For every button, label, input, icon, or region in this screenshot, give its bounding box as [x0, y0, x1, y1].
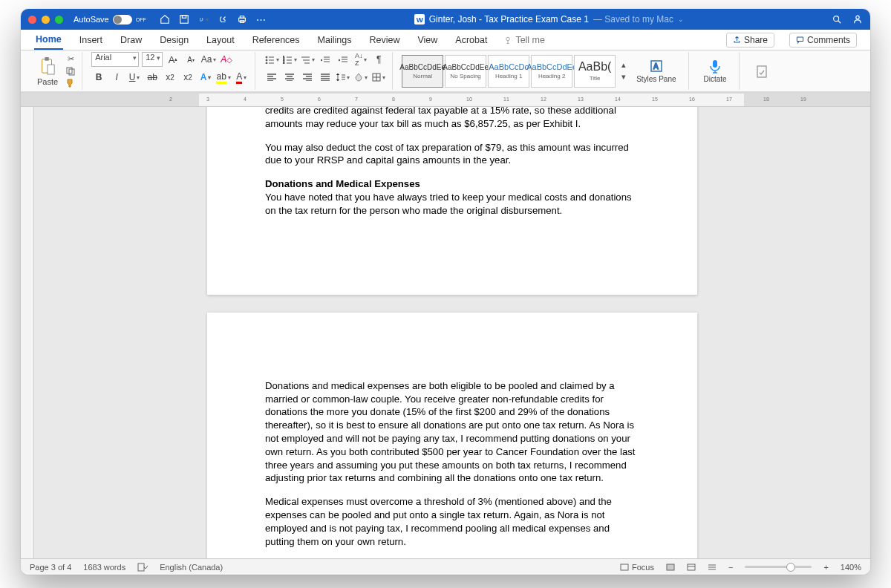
comments-button[interactable]: Comments — [789, 33, 857, 48]
chevron-down-icon[interactable]: ⌄ — [678, 16, 684, 23]
tab-design[interactable]: Design — [158, 31, 190, 49]
autosave-toggle[interactable]: AutoSave OFF — [74, 15, 146, 24]
tab-acrobat[interactable]: Acrobat — [454, 31, 489, 49]
font-color-icon[interactable]: A — [234, 70, 249, 85]
account-icon[interactable] — [852, 14, 863, 24]
horizontal-ruler[interactable]: 2 3 4 5 6 7 8 9 10 11 12 13 14 15 16 17 … — [21, 94, 870, 107]
clear-format-icon[interactable]: A◇ — [219, 52, 234, 67]
align-right-icon[interactable] — [300, 70, 315, 85]
line-spacing-icon[interactable] — [336, 70, 350, 85]
zoom-in-button[interactable]: + — [823, 563, 828, 572]
copy-icon[interactable] — [65, 67, 76, 76]
word-window: AutoSave OFF ⋯ W Ginter, Josh - Tax Prac… — [21, 9, 870, 575]
style-down-icon[interactable]: ▾ — [619, 73, 629, 82]
doc-title-text: Ginter, Josh - Tax Practice Exam Case 1 — [429, 14, 589, 24]
align-center-icon[interactable] — [282, 70, 297, 85]
zoom-slider[interactable] — [745, 566, 812, 568]
zoom-out-button[interactable]: − — [728, 563, 733, 572]
language-indicator[interactable]: English (Canada) — [160, 563, 223, 572]
tab-layout[interactable]: Layout — [205, 31, 236, 49]
text-effects-icon[interactable]: A — [198, 70, 213, 85]
share-icon — [733, 36, 741, 44]
bullets-icon[interactable] — [264, 52, 279, 67]
tab-review[interactable]: Review — [368, 31, 401, 49]
cut-icon[interactable]: ✂ — [65, 55, 76, 64]
svg-rect-26 — [757, 66, 766, 77]
style-heading1[interactable]: AaBbCcDcHeading 1 — [488, 55, 529, 88]
subscript-button[interactable]: x2 — [163, 70, 177, 85]
decrease-font-icon[interactable]: A▾ — [183, 52, 198, 67]
tab-mailings[interactable]: Mailings — [316, 31, 353, 49]
page-container[interactable]: credits are credited against federal tax… — [34, 107, 870, 558]
saved-status: — Saved to my Mac — [593, 14, 673, 24]
strike-button[interactable]: ab — [145, 70, 160, 85]
style-title[interactable]: AaBb(Title — [574, 55, 616, 88]
undo-button[interactable] — [198, 14, 209, 24]
close-window-button[interactable] — [28, 16, 36, 24]
align-left-icon[interactable] — [264, 70, 279, 85]
tab-home[interactable]: Home — [34, 30, 63, 50]
share-button[interactable]: Share — [726, 33, 774, 48]
style-up-icon[interactable]: ▴ — [619, 61, 629, 70]
paste-button[interactable]: Paste — [33, 55, 62, 88]
minimize-window-button[interactable] — [42, 16, 50, 24]
zoom-level[interactable]: 140% — [841, 563, 861, 572]
autosave-label: AutoSave — [74, 15, 109, 24]
style-normal[interactable]: AaBbCcDdEeNormal — [402, 55, 443, 88]
home-icon[interactable] — [160, 14, 170, 24]
change-case-icon[interactable]: Aa — [201, 52, 216, 67]
spell-check-icon[interactable] — [137, 563, 148, 572]
print-layout-view-icon[interactable] — [666, 564, 675, 571]
multilevel-icon[interactable] — [300, 52, 315, 67]
outline-view-icon[interactable] — [708, 564, 717, 571]
format-painter-icon[interactable] — [65, 79, 76, 88]
borders-icon[interactable] — [371, 70, 386, 85]
page-indicator[interactable]: Page 3 of 4 — [30, 563, 71, 572]
search-icon[interactable] — [832, 14, 842, 24]
decrease-indent-icon[interactable] — [318, 52, 333, 67]
style-heading2[interactable]: AaBbCcDdEeHeading 2 — [531, 55, 572, 88]
comment-icon — [796, 36, 804, 44]
sort-icon[interactable]: A↓Z — [353, 52, 368, 67]
styles-pane-button[interactable]: AStyles Pane — [630, 59, 682, 83]
tab-view[interactable]: View — [416, 31, 439, 49]
svg-rect-13 — [48, 65, 54, 74]
save-icon[interactable] — [179, 14, 189, 24]
quick-access-toolbar: ⋯ — [160, 14, 267, 24]
focus-mode-button[interactable]: Focus — [620, 563, 654, 572]
increase-indent-icon[interactable] — [336, 52, 350, 67]
vertical-ruler[interactable] — [21, 107, 34, 558]
heading-text: Donations and Medical Expenses — [265, 177, 639, 191]
tell-me[interactable]: Tell me — [503, 35, 545, 45]
menubar: Home Insert Draw Design Layout Reference… — [21, 30, 870, 50]
bold-button[interactable]: B — [91, 70, 106, 85]
justify-icon[interactable] — [318, 70, 333, 85]
document-page[interactable]: credits are credited against federal tax… — [207, 107, 697, 295]
sensitivity-button[interactable] — [748, 64, 775, 79]
redo-button[interactable] — [218, 14, 228, 24]
tab-draw[interactable]: Draw — [119, 31, 143, 49]
italic-button[interactable]: I — [109, 70, 124, 85]
highlight-icon[interactable]: ab — [216, 70, 231, 85]
font-family-select[interactable]: Arial — [91, 52, 139, 67]
style-no-spacing[interactable]: AaBbCcDdEeNo Spacing — [445, 55, 486, 88]
web-layout-view-icon[interactable] — [687, 564, 696, 571]
font-size-select[interactable]: 12 — [142, 52, 163, 67]
word-count[interactable]: 1683 words — [83, 563, 125, 572]
toggle-switch[interactable] — [113, 15, 132, 24]
svg-point-7 — [834, 16, 839, 22]
document-page[interactable]: Donations and medical expenses are both … — [207, 313, 697, 558]
maximize-window-button[interactable] — [55, 16, 63, 24]
numbering-icon[interactable]: 123 — [282, 52, 297, 67]
increase-font-icon[interactable]: A▴ — [166, 52, 180, 67]
tab-references[interactable]: References — [251, 31, 301, 49]
font-group: Arial 12 A▴ A▾ Aa A◇ B I U ab x2 x2 A ab… — [85, 52, 255, 90]
more-icon[interactable]: ⋯ — [256, 14, 267, 24]
underline-button[interactable]: U — [127, 70, 142, 85]
dictate-button[interactable]: Dictate — [698, 59, 733, 83]
superscript-button[interactable]: x2 — [180, 70, 195, 85]
paragraph-marks-icon[interactable]: ¶ — [371, 52, 386, 67]
shading-icon[interactable] — [353, 70, 368, 85]
print-icon[interactable] — [237, 14, 247, 24]
tab-insert[interactable]: Insert — [78, 31, 104, 49]
